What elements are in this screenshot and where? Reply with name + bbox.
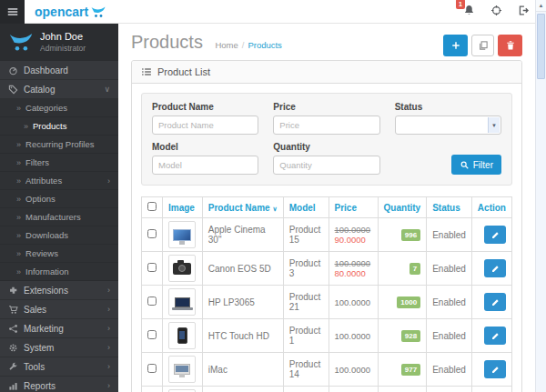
edit-button[interactable] [484, 327, 506, 345]
chevron-right-icon: › [107, 176, 110, 186]
pencil-icon [490, 331, 500, 341]
product-name-input[interactable] [152, 116, 258, 135]
model-label: Model [152, 142, 258, 152]
row-checkbox[interactable] [147, 330, 157, 339]
trash-icon [505, 40, 516, 51]
quantity-input[interactable] [273, 156, 379, 175]
row-checkbox[interactable] [147, 263, 157, 272]
opencart-logo[interactable]: opencart [35, 5, 106, 19]
submenu-arrow-icon: » [16, 176, 21, 186]
sort-caret-icon: ∨ [273, 206, 278, 212]
sidebar-subitem[interactable]: » Options [0, 190, 118, 208]
logout-icon [518, 5, 530, 16]
sidebar-subitem[interactable]: » Downloads [0, 226, 118, 245]
sidebar-item-tools[interactable]: Tools › [0, 357, 118, 377]
copy-product-button[interactable] [471, 35, 494, 56]
table-row: Canon EOS 5D Product 3 100.0000 80.0000 … [142, 252, 512, 286]
table-row: HTC Touch HD Product 1 100.0000 928 Enab… [142, 319, 512, 353]
quantity-badge: 7 [410, 263, 420, 275]
column-header-status[interactable]: Status [427, 197, 472, 218]
submenu-arrow-icon: » [16, 231, 21, 240]
product-model-cell: Product 15 [283, 218, 329, 252]
product-price-cell: 100.0000 [329, 319, 378, 353]
sidebar-subitem[interactable]: » Recurring Profiles [0, 136, 118, 154]
top-bar: opencart 1 [0, 0, 535, 24]
sidebar-item-sales[interactable]: Sales › [0, 300, 118, 319]
sidebar-subitem[interactable]: » Information [0, 263, 118, 281]
column-header-model[interactable]: Model [283, 197, 329, 218]
row-checkbox[interactable] [147, 297, 157, 306]
edit-button[interactable] [484, 293, 506, 311]
status-label: Status [395, 102, 501, 112]
column-header-price[interactable]: Price [329, 197, 378, 218]
submenu-arrow-icon: » [16, 213, 21, 222]
select-all-checkbox[interactable] [147, 202, 157, 211]
product-name-cell: iMac [202, 353, 283, 387]
sidebar-subitem[interactable]: » Products [0, 117, 118, 136]
product-image [177, 327, 187, 344]
sidebar-subitem[interactable]: » Filters [0, 154, 118, 172]
chevron-down-icon: ∨ [104, 85, 110, 94]
sidebar-item-system[interactable]: System › [0, 338, 118, 357]
product-name-cell: Canon EOS 5D [202, 252, 283, 286]
cart-logo-icon [9, 33, 33, 51]
price: 100.0000 [335, 365, 372, 375]
storefront-button[interactable] [490, 4, 502, 20]
chevron-right-icon: › [107, 324, 110, 333]
sidebar-subitem[interactable]: » Categories [0, 99, 118, 117]
row-checkbox[interactable] [147, 229, 157, 238]
row-checkbox[interactable] [147, 364, 157, 373]
submenu-arrow-icon: » [16, 267, 21, 276]
add-product-button[interactable] [443, 35, 468, 56]
sidebar-subitem[interactable]: » Manufacturers [0, 208, 118, 226]
sidebar-item-label: Tools [24, 362, 45, 372]
sidebar-subitem[interactable]: » Reviews [0, 245, 118, 263]
sidebar-subitem-label: Filters [25, 157, 49, 167]
edit-button[interactable] [484, 259, 506, 277]
sidebar-item-extensions[interactable]: Extensions › [0, 281, 118, 300]
logout-button[interactable] [518, 4, 530, 20]
table-row: iMac Product 14 100.0000 977 Enabled [142, 353, 512, 387]
chevron-right-icon: › [107, 286, 110, 295]
storefront-icon [490, 5, 502, 16]
column-header-product-name[interactable]: Product Name∨ [202, 197, 283, 218]
model-input[interactable] [152, 156, 258, 175]
product-status-cell: Enabled [427, 218, 472, 252]
column-header-quantity[interactable]: Quantity [378, 197, 427, 218]
scroll-up-button[interactable]: ▲ [536, 0, 546, 12]
product-thumbnail [168, 255, 196, 282]
dashboard-icon [8, 65, 18, 75]
sidebar-item-catalog[interactable]: Catalog ∨ [0, 80, 118, 99]
product-image [173, 263, 191, 275]
sidebar-item-reports[interactable]: Reports › [0, 377, 118, 392]
chevron-right-icon: › [107, 343, 110, 352]
sidebar-item-dashboard[interactable]: Dashboard [0, 61, 118, 80]
breadcrumb-home[interactable]: Home [215, 40, 238, 50]
alerts-button[interactable]: 1 [463, 4, 475, 20]
delete-product-button[interactable] [498, 35, 522, 56]
edit-button[interactable] [484, 226, 506, 244]
sidebar-item-marketing[interactable]: Marketing › [0, 319, 118, 338]
copy-icon [478, 40, 489, 51]
filter-button[interactable]: Filter [451, 155, 501, 175]
scrollbar-thumb[interactable] [537, 14, 545, 79]
page-scrollbar[interactable]: ▲ [535, 0, 546, 392]
price-input[interactable] [273, 116, 379, 135]
breadcrumb-current[interactable]: Products [248, 40, 282, 50]
submenu-arrow-icon: » [16, 104, 21, 113]
menu-toggle-button[interactable] [0, 0, 25, 24]
user-name: John Doe [40, 31, 86, 42]
sidebar-item-label: System [24, 343, 54, 353]
logo-text: opencart [35, 5, 88, 19]
sidebar-subitem[interactable]: » Attributes › [0, 172, 118, 190]
breadcrumb-separator: / [242, 40, 245, 50]
wrench-icon [8, 362, 18, 372]
edit-button[interactable] [484, 360, 506, 378]
sidebar: John Doe Administrator Dashboard Catalog… [0, 24, 118, 392]
quantity-label: Quantity [273, 142, 379, 152]
breadcrumb: Home/Products [215, 40, 281, 50]
pencil-icon [490, 264, 500, 274]
product-name-cell: iPhone [202, 387, 283, 392]
user-profile[interactable]: John Doe Administrator [0, 24, 118, 61]
status-select[interactable]: ▼ [395, 116, 501, 135]
